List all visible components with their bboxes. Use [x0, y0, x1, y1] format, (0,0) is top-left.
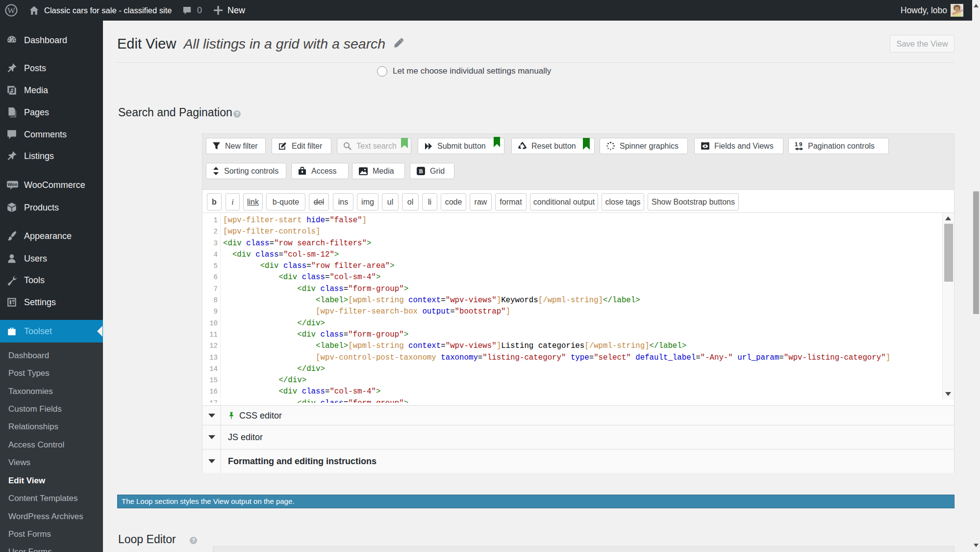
svg-text:9: 9 — [799, 141, 802, 147]
svg-text:1: 1 — [795, 141, 798, 147]
svg-text:Woo: Woo — [7, 182, 17, 187]
svg-text:B: B — [419, 168, 423, 175]
svg-text:W: W — [7, 6, 16, 15]
